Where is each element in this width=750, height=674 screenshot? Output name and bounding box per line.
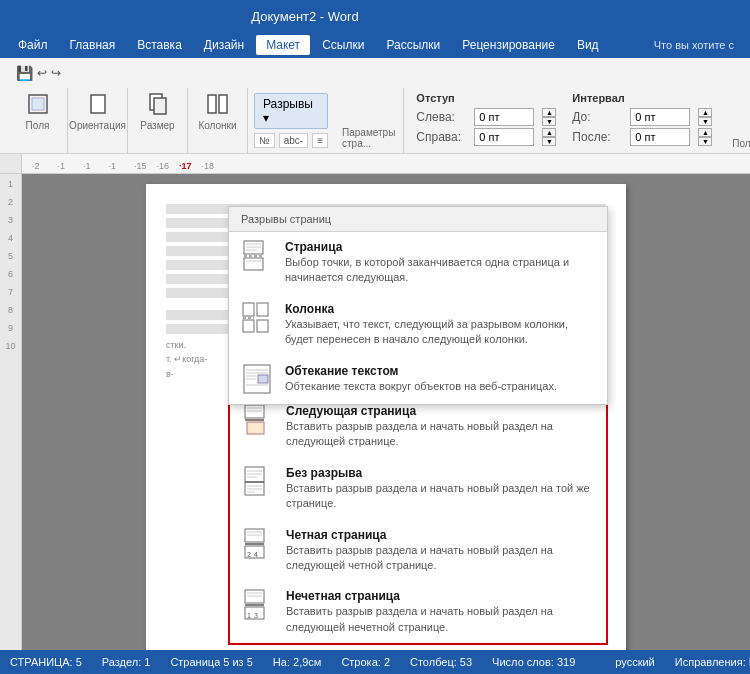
menu-view[interactable]: Вид (567, 35, 609, 55)
polya-label: Поля (26, 120, 50, 131)
break-nextpage-item[interactable]: Следующая страница Вставить разрыв разде… (230, 396, 606, 458)
after-label: После: (572, 130, 622, 144)
orientaciya-button[interactable] (82, 90, 114, 118)
break-evenpage-title: Четная страница (286, 528, 594, 542)
status-section: Раздел: 1 (102, 656, 151, 668)
svg-rect-6 (219, 95, 227, 113)
svg-rect-2 (91, 95, 105, 113)
page-breaks-dropdown: Разрывы страниц Страница Выбор т (228, 206, 608, 405)
menu-home[interactable]: Главная (60, 35, 126, 55)
ribbon-groups-row: Поля Ориентация (0, 88, 750, 153)
right-down-arrow[interactable]: ▼ (542, 137, 556, 146)
menu-layout[interactable]: Макет (256, 35, 310, 55)
polya-button[interactable] (22, 90, 54, 118)
break-continuous-item[interactable]: Без разрыва Вставить разрыв раздела и на… (230, 458, 606, 520)
before-up[interactable]: ▲ (698, 108, 712, 117)
svg-rect-5 (208, 95, 216, 113)
break-continuous-desc: Вставить разрыв раздела и начать новый р… (286, 481, 594, 512)
status-corrections[interactable]: Исправления: Выкл (675, 656, 750, 668)
break-textwrap-item[interactable]: Обтекание текстом Обтекание текста вокру… (229, 356, 607, 404)
parametry-group: Параметры стра... (334, 88, 404, 153)
nomer-btn[interactable]: № (254, 133, 275, 148)
after-down[interactable]: ▼ (698, 137, 712, 146)
left-spin[interactable]: ▲ ▼ (542, 108, 556, 126)
before-value[interactable]: 0 пт (630, 108, 690, 126)
ruler-ticks: ·2 ·1 ·1 ·1 ·15 ·16 ·17 ·18 (22, 154, 750, 173)
svg-rect-14 (243, 303, 254, 316)
razmer-label: Размер (140, 120, 174, 131)
status-column: Столбец: 53 (410, 656, 472, 668)
after-spin[interactable]: ▲ ▼ (698, 128, 712, 146)
break-oddpage-desc: Вставить разрыв раздела и начать новый р… (286, 604, 594, 635)
menu-insert[interactable]: Вставка (127, 35, 192, 55)
break-oddpage-item[interactable]: 1 3 Нечетная страница Вставить разрыв ра… (230, 581, 606, 643)
svg-text:1: 1 (247, 612, 251, 619)
interval-label: Интервал (572, 92, 712, 104)
main-area: 1 2 3 4 5 6 7 8 9 10 (0, 174, 750, 651)
break-nextpage-desc: Вставить разрыв раздела и начать новый р… (286, 419, 594, 450)
break-evenpage-text: Четная страница Вставить разрыв раздела … (286, 528, 594, 574)
break-continuous-text: Без разрыва Вставить разрыв раздела и на… (286, 466, 594, 512)
svg-rect-15 (257, 303, 268, 316)
undo-icon[interactable]: ↩ (37, 66, 47, 80)
search-hint[interactable]: Что вы хотите с (654, 39, 734, 51)
left-down-arrow[interactable]: ▼ (542, 117, 556, 126)
razmer-icon (146, 92, 170, 116)
ribbon: 💾 ↩ ↪ Поля (0, 58, 750, 154)
title-bar: Документ2 - Word (0, 0, 750, 32)
break-oddpage-text: Нечетная страница Вставить разрыв раздел… (286, 589, 594, 635)
after-value[interactable]: 0 пт (630, 128, 690, 146)
svg-text:4: 4 (254, 551, 258, 558)
ruler-vertical: 1 2 3 4 5 6 7 8 9 10 (0, 174, 22, 651)
svg-text:3: 3 (254, 612, 258, 619)
status-page[interactable]: СТРАНИЦА: 5 (10, 656, 82, 668)
left-up-arrow[interactable]: ▲ (542, 108, 556, 117)
razryvy-button[interactable]: Разрывы ▾ (254, 93, 328, 129)
ottstup-group: Отступ Слева: 0 пт ▲ ▼ Справа: 0 пт ▲ ▼ (416, 92, 556, 148)
ruler-corner (0, 154, 22, 173)
kolonki-button[interactable] (202, 90, 234, 118)
after-up[interactable]: ▲ (698, 128, 712, 137)
menu-references[interactable]: Ссылки (312, 35, 374, 55)
menu-bar: Файл Главная Вставка Дизайн Макет Ссылки… (0, 32, 750, 58)
left-value[interactable]: 0 пт (474, 108, 534, 126)
right-value[interactable]: 0 пт (474, 128, 534, 146)
perenos-btn[interactable]: abc- (279, 133, 308, 148)
break-column-item[interactable]: Колонка Указывает, что текст, следующий … (229, 294, 607, 356)
redo-icon[interactable]: ↪ (51, 66, 61, 80)
ribbon-left-icons: 💾 ↩ ↪ (8, 63, 69, 83)
menu-design[interactable]: Дизайн (194, 35, 254, 55)
before-down[interactable]: ▼ (698, 117, 712, 126)
parametry-label: Параметры стра... (342, 127, 395, 149)
save-icon[interactable]: 💾 (16, 65, 33, 81)
before-spin[interactable]: ▲ ▼ (698, 108, 712, 126)
svg-rect-17 (243, 320, 254, 332)
break-page-title: Страница (285, 240, 595, 254)
ribbon-group-razmer: Размер (128, 88, 188, 153)
menu-file[interactable]: Файл (8, 35, 58, 55)
menu-review[interactable]: Рецензирование (452, 35, 565, 55)
ottstup-left-row: Слева: 0 пт ▲ ▼ (416, 108, 556, 126)
orientaciya-label: Ориентация (69, 120, 126, 131)
break-page-item[interactable]: Страница Выбор точки, в которой заканчив… (229, 232, 607, 294)
right-up-arrow[interactable]: ▲ (542, 128, 556, 137)
svg-rect-1 (32, 98, 44, 110)
break-nextpage-text: Следующая страница Вставить разрыв разде… (286, 404, 594, 450)
svg-rect-23 (258, 375, 268, 383)
break-evenpage-item[interactable]: 2 4 Четная страница Вставить разрыв разд… (230, 520, 606, 582)
status-word-count[interactable]: Число слов: 319 (492, 656, 575, 668)
break-page-text: Страница Выбор точки, в которой заканчив… (285, 240, 595, 286)
polozenie-group: Положение (724, 88, 750, 153)
break-oddpage-title: Нечетная страница (286, 589, 594, 603)
break-textwrap-title: Обтекание текстом (285, 364, 557, 378)
razmer-button[interactable] (142, 90, 174, 118)
right-spin[interactable]: ▲ ▼ (542, 128, 556, 146)
kolonki-label: Колонки (198, 120, 236, 131)
interval-after-row: После: 0 пт ▲ ▼ (572, 128, 712, 146)
break-column-title: Колонка (285, 302, 595, 316)
vodopad-btn[interactable]: ≡ (312, 133, 328, 148)
svg-text:2: 2 (247, 551, 251, 558)
svg-rect-9 (244, 258, 263, 270)
menu-mailings[interactable]: Рассылки (376, 35, 450, 55)
break-column-text: Колонка Указывает, что текст, следующий … (285, 302, 595, 348)
